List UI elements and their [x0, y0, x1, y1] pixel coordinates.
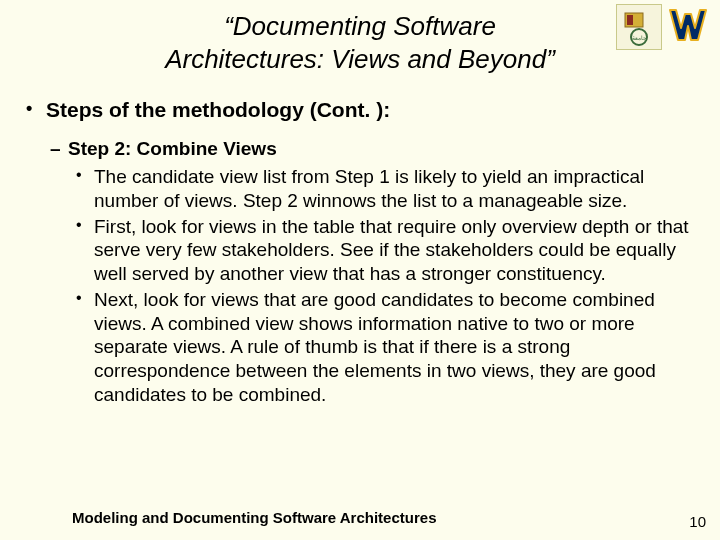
page-number: 10: [689, 513, 706, 530]
step-label: Step 2: Combine Views: [68, 138, 277, 159]
svg-text:جامعة: جامعة: [632, 35, 647, 41]
bullet-item: First, look for views in the table that …: [94, 215, 694, 286]
heading-text: Steps of the methodology (Cont. ):: [46, 98, 390, 121]
content-area: Steps of the methodology (Cont. ): Step …: [0, 97, 720, 407]
logo-group: جامعة: [616, 4, 712, 50]
footer-text: Modeling and Documenting Software Archit…: [72, 509, 436, 526]
title-line-1: “Documenting Software: [224, 11, 496, 41]
university-logo: جامعة: [616, 4, 662, 50]
step-heading: Step 2: Combine Views The candidate view…: [68, 137, 694, 406]
slide-title: “Documenting Software Architectures: Vie…: [60, 0, 660, 75]
svg-rect-1: [627, 15, 633, 25]
bullet-item: The candidate view list from Step 1 is l…: [94, 165, 694, 213]
bullet-item: Next, look for views that are good candi…: [94, 288, 694, 407]
title-line-2: Architectures: Views and Beyond”: [165, 44, 555, 74]
wv-logo: [668, 4, 712, 48]
main-heading: Steps of the methodology (Cont. ): Step …: [46, 97, 694, 407]
